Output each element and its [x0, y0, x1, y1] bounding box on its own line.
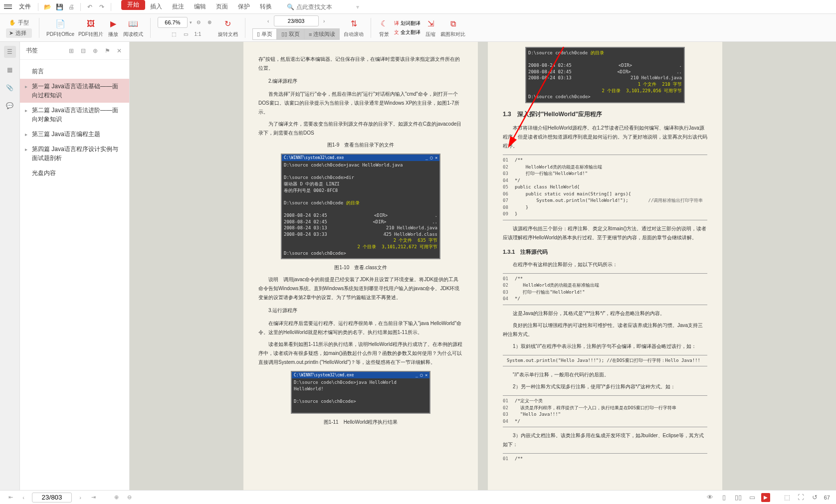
zoom-out-icon[interactable]: ⊖: [194, 18, 203, 27]
doc-text: 说明 调用javac命令的前提是已经安装了JDK并且设置了环境变量。将JDK提供…: [258, 275, 463, 302]
continuous-button[interactable]: ≡连续阅读: [304, 28, 340, 40]
pdf-office-button[interactable]: 📄PDF转Office: [46, 18, 74, 38]
next-icon[interactable]: ›: [76, 493, 85, 502]
doc-text: 这是Java的注释部分，其格式是"/**注释*/"，程序会忽略注释的内容。: [503, 309, 707, 318]
tab-edit[interactable]: 编辑: [189, 0, 211, 14]
status-page-input[interactable]: [32, 493, 72, 503]
sidebar-title: 书签: [26, 46, 38, 55]
tab-convert[interactable]: 转换: [255, 0, 277, 14]
bookmark-item[interactable]: 光盘内容: [20, 166, 129, 180]
zoom-input[interactable]: [158, 17, 188, 28]
prev-page-icon[interactable]: ‹: [264, 16, 273, 25]
first-page-icon[interactable]: ⇤: [6, 493, 15, 502]
word-translate-button[interactable]: 译划词翻译: [394, 20, 420, 27]
save-icon[interactable]: 💾: [54, 2, 64, 12]
double-page-icon: ▯▯: [281, 31, 287, 37]
compress-icon: ⇲: [424, 18, 436, 30]
read-mode-button[interactable]: 📖阅读模式: [123, 18, 143, 38]
thumbnail-panel-icon[interactable]: ▦: [4, 64, 16, 76]
view-double-icon[interactable]: ▯▯: [733, 493, 743, 503]
figure-caption: 图1-11 HelloWorld程序执行结果: [258, 418, 463, 427]
full-translate-button[interactable]: 文全文翻译: [394, 29, 420, 36]
moon-icon: ☾: [378, 18, 390, 30]
background-button[interactable]: ☾背景: [378, 18, 390, 38]
add-bookmark-icon[interactable]: ⊕: [91, 47, 99, 55]
tab-start[interactable]: 开始: [121, 0, 145, 10]
view-book-icon[interactable]: ▭: [747, 493, 757, 503]
file-menu[interactable]: 文件: [16, 2, 34, 11]
tab-review[interactable]: 批注: [167, 0, 189, 14]
translate-icon: 文: [394, 29, 399, 36]
bookmark-item[interactable]: ▸第三篇 Java语言编程主题: [20, 127, 129, 142]
hand-icon: ✋: [9, 19, 16, 26]
doc-text: 为了编译文件，需要改变当前目录到源文件存放的目录下。如源文件在C盘的javaco…: [258, 120, 463, 138]
single-page-button[interactable]: ▯单页: [252, 28, 277, 40]
book-icon: 📖: [127, 18, 139, 30]
code-block: System.out.println("Hello Java!!!"); //在…: [503, 355, 707, 367]
bookmark-item[interactable]: ▸第二篇 Java语言语法进阶——面向对象知识: [20, 103, 129, 127]
crop-compare-button[interactable]: ⧉裁图和对比: [440, 18, 465, 38]
bookmark-flag-icon[interactable]: ⚑: [103, 47, 111, 55]
zoom-label: 67: [824, 495, 830, 501]
prev-icon[interactable]: ‹: [19, 493, 28, 502]
redo-icon[interactable]: ↷: [97, 2, 107, 12]
auto-scroll-icon: ⇅: [348, 18, 360, 30]
cursor-icon: ➤: [9, 30, 13, 36]
auto-scroll-button[interactable]: ⇅自动滚动: [344, 18, 364, 38]
page-right: D:\source code\ch0code 的目录 2008-08-24 02…: [488, 42, 722, 490]
page-left: 存"按钮，然后退出记事本编辑器。记住保存目录，在编译时需要该目录来指定源文件所在…: [243, 42, 478, 490]
continuous-icon: ≡: [309, 31, 312, 37]
status-play-button[interactable]: ▶: [761, 493, 770, 502]
tab-page[interactable]: 页面: [211, 0, 233, 14]
compress-button[interactable]: ⇲压缩: [424, 18, 436, 38]
view-single-icon[interactable]: ▯: [719, 493, 729, 503]
doc-text: 读者如果看到如图1-11所示的执行结果，说明HelloWorld程序执行成功了。…: [258, 340, 463, 367]
zoom-reset-icon[interactable]: ↺: [810, 493, 820, 503]
crop-icon: ⧉: [447, 18, 459, 30]
actual-size-icon[interactable]: 1:1: [193, 30, 202, 39]
doc-text: 该源程序包括三个部分：程序注释、类定义和main()方法。通过对这三部分的说明，…: [503, 224, 707, 242]
hand-tool[interactable]: ✋手型: [6, 18, 32, 27]
pdf-image-button[interactable]: 🖼PDF转图片: [78, 18, 103, 38]
print-icon[interactable]: 🖨: [66, 2, 76, 12]
doc-text: 存"按钮，然后退出记事本编辑器。记住保存目录，在编译时需要该目录来指定源文件所在…: [258, 55, 463, 73]
heading: 1.3 深入探讨"HelloWorld"应用程序: [503, 109, 707, 120]
menu-icon[interactable]: [4, 3, 12, 11]
doc-text: 2.编译源程序: [258, 77, 463, 86]
zoom-in-icon[interactable]: ⊕: [205, 18, 214, 27]
translate-icon: 译: [394, 20, 399, 27]
rotate-icon: ↻: [222, 18, 234, 30]
tab-insert[interactable]: 插入: [145, 0, 167, 14]
comment-panel-icon[interactable]: 💬: [4, 100, 16, 112]
rotate-button[interactable]: ↻旋转文档: [218, 18, 238, 38]
fit-page-icon[interactable]: ▭: [181, 30, 190, 39]
last-page-icon[interactable]: ⇥: [89, 493, 98, 502]
bookmark-panel-icon[interactable]: ☰: [4, 46, 16, 58]
collapse-all-icon[interactable]: ⊟: [79, 47, 87, 55]
bookmark-item[interactable]: ▸第四篇 Java语言程序设计实例与面试题剖析: [20, 142, 129, 166]
expand-all-icon[interactable]: ⊞: [67, 47, 75, 55]
eye-icon[interactable]: 👁: [705, 493, 715, 503]
play-button[interactable]: ▶播放: [107, 18, 119, 38]
select-tool[interactable]: ➤选择: [6, 28, 32, 38]
attachment-panel-icon[interactable]: 📎: [4, 82, 16, 94]
fit-width-icon[interactable]: ⬚: [169, 30, 178, 39]
bookmark-item[interactable]: ▸第一篇 Java语言语法基础——面向过程知识: [20, 79, 129, 103]
add-page-icon[interactable]: ⊕: [112, 493, 121, 502]
delete-page-icon[interactable]: ⊖: [125, 493, 134, 502]
doc-text: 2）另一种注释方式实现多行注释，使用"/*多行注释内容*/"这种方式。如：: [503, 382, 707, 391]
close-sidebar-icon[interactable]: ✕: [115, 47, 123, 55]
fullscreen-icon[interactable]: ⛶: [796, 493, 806, 503]
double-page-button[interactable]: ▯▯双页: [277, 28, 304, 40]
next-page-icon[interactable]: ›: [320, 16, 329, 25]
doc-text: "//"表示单行注释，一般用在代码行的后面。: [503, 370, 707, 379]
search-input[interactable]: [296, 3, 356, 10]
single-page-icon: ▯: [257, 31, 260, 37]
undo-icon[interactable]: ↶: [85, 2, 95, 12]
pdf-office-icon: 📄: [54, 18, 66, 30]
bookmark-item[interactable]: 前言: [20, 64, 129, 79]
page-input[interactable]: [274, 15, 319, 26]
tab-protect[interactable]: 保护: [233, 0, 255, 14]
open-icon[interactable]: 📂: [42, 2, 52, 12]
fit-icon[interactable]: ⬚: [782, 493, 792, 503]
